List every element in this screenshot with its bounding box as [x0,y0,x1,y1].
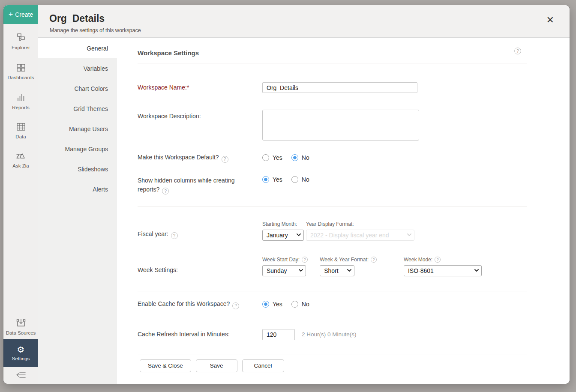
tab-alerts[interactable]: Alerts [38,179,117,199]
help-icon[interactable]: ? [371,257,377,263]
cache-interval-input[interactable] [262,329,295,340]
section-title: Workspace Settings [138,49,199,57]
reports-bars-icon [16,93,26,103]
week-mode-select[interactable]: ISO-8601 [404,265,482,276]
tab-variables[interactable]: Variables [38,58,117,78]
help-icon[interactable]: ? [302,257,308,263]
hidden-columns-no-option[interactable]: No [291,176,309,183]
workspace-description-row: Workspace Description: [138,110,527,141]
help-icon[interactable]: ? [162,188,169,195]
tab-chart-colors[interactable]: Chart Colors [38,78,117,99]
hidden-columns-yes-option[interactable]: Yes [262,176,282,183]
divider [138,206,527,206]
radio-label-yes: Yes [273,301,282,308]
default-workspace-no-radio[interactable] [291,154,298,161]
divider [138,354,527,354]
enable-cache-yes-radio[interactable] [262,301,269,308]
collapse-sidebar-icon [15,370,27,380]
app-sidebar: + Create Explorer Dashboards [3,5,38,384]
help-icon[interactable]: ? [232,302,239,309]
tab-grid-themes[interactable]: Grid Themes [38,99,117,119]
sidebar-item-label: Dashboards [7,75,34,80]
enable-cache-row: Enable Cache for this Workspace?? Yes No [138,299,527,309]
settings-dialog-window: + Create Explorer Dashboards [3,5,570,384]
week-settings-label: Week Settings: [138,266,262,276]
tab-manage-users[interactable]: Manage Users [38,119,117,139]
data-table-icon [16,122,26,132]
week-start-day-select[interactable]: Sunday [262,265,306,276]
create-button[interactable]: + Create [3,5,38,24]
plus-icon: + [9,11,13,18]
hidden-columns-row: Show hidden columns while creating repor… [138,176,527,195]
cache-interval-note: 2 Hour(s) 0 Minute(s) [302,331,357,338]
week-mode-group: Week Mode:? ISO-8601 [404,257,482,276]
sidebar-item-ask-zia[interactable]: Ask Zia [3,149,38,170]
data-sources-import-icon [15,318,27,328]
gear-icon: ⚙ [17,345,25,354]
default-workspace-row: Make this Workspace Default?? Yes No [138,153,527,163]
tab-slideshows[interactable]: Slideshows [38,159,117,179]
tab-manage-groups[interactable]: Manage Groups [38,139,117,159]
sidebar-item-data[interactable]: Data [3,120,38,141]
cache-interval-label: Cache Refresh Interval in Minutes: [138,330,262,339]
sidebar-item-label: Settings [12,356,30,361]
tab-general[interactable]: General [38,38,117,58]
sidebar-item-data-sources[interactable]: Data Sources [3,316,38,337]
hidden-columns-yes-radio[interactable] [262,176,269,183]
week-start-day-label: Week Start Day:? [262,257,308,263]
help-icon[interactable]: ? [222,156,228,163]
cache-interval-row: Cache Refresh Interval in Minutes: 2 Hou… [138,329,527,340]
main-panel: Workspace Settings ? Workspace Name:* Wo… [117,38,570,384]
fiscal-year-row: Fiscal year:? Starting Month: January Ye… [138,221,527,241]
help-icon[interactable]: ? [171,232,178,239]
action-buttons: Save & Close Save Cancel [140,359,527,372]
enable-cache-no-radio[interactable] [291,301,298,308]
starting-month-group: Starting Month: January [262,221,304,241]
sidebar-item-dashboards[interactable]: Dashboards [3,61,38,82]
fiscal-year-label: Fiscal year:? [138,230,262,241]
week-mode-label: Week Mode:? [404,257,482,263]
settings-nav: General Variables Chart Colors Grid Them… [38,38,117,384]
save-button[interactable]: Save [196,359,237,372]
workspace-description-input[interactable] [262,110,419,141]
radio-label-no: No [302,176,309,183]
sidebar-item-label: Reports [12,105,29,110]
sidebar-item-label: Ask Zia [12,163,29,168]
workspace-name-row: Workspace Name:* [138,82,527,93]
enable-cache-yes-option[interactable]: Yes [262,301,282,308]
explorer-hierarchy-icon [16,33,26,43]
week-start-day-group: Week Start Day:? Sunday [262,257,308,276]
sidebar-item-label: Explorer [12,45,30,50]
default-workspace-label: Make this Workspace Default?? [138,153,262,163]
cancel-button[interactable]: Cancel [242,359,284,372]
year-display-group: Year Display Format: 2022 - Display fisc… [306,221,414,241]
week-year-format-group: Week & Year Format:? Short [320,257,377,276]
week-year-format-label: Week & Year Format:? [320,257,377,263]
year-display-format-select: 2022 - Display fiscal year end [306,230,414,241]
default-workspace-yes-radio[interactable] [262,154,269,161]
enable-cache-label: Enable Cache for this Workspace?? [138,299,262,309]
enable-cache-no-option[interactable]: No [291,301,309,308]
workspace-description-label: Workspace Description: [138,110,262,121]
radio-label-yes: Yes [273,154,282,161]
ask-zia-icon [15,151,27,161]
sidebar-item-settings[interactable]: ⚙ Settings [3,339,38,367]
sidebar-item-reports[interactable]: Reports [3,91,38,112]
sidebar-item-label: Data Sources [6,330,36,335]
radio-label-yes: Yes [273,176,282,183]
help-icon[interactable]: ? [514,48,521,54]
sidebar-item-explorer[interactable]: Explorer [3,31,38,52]
save-close-button[interactable]: Save & Close [140,359,191,372]
create-button-label: Create [15,11,33,18]
close-icon[interactable]: ✕ [546,15,554,25]
dashboards-grid-icon [16,63,26,73]
week-year-format-select[interactable]: Short [320,265,354,276]
sidebar-item-label: Data [15,134,26,139]
help-icon[interactable]: ? [435,257,441,263]
default-workspace-yes-option[interactable]: Yes [262,154,282,161]
starting-month-select[interactable]: January [262,230,304,241]
default-workspace-no-option[interactable]: No [291,154,309,161]
collapse-sidebar-button[interactable] [3,370,38,380]
hidden-columns-no-radio[interactable] [291,176,298,183]
workspace-name-input[interactable] [262,82,417,93]
